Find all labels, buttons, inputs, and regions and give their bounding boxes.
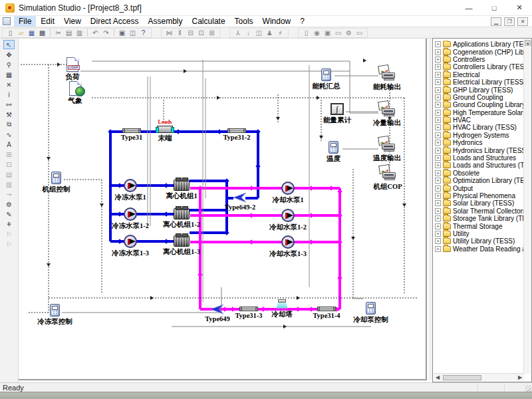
run-button[interactable]: ⚙: [344, 28, 354, 37]
weather-component[interactable]: [69, 81, 81, 96]
output-view-button[interactable]: ▣: [323, 28, 332, 37]
expand-icon[interactable]: +: [435, 49, 441, 55]
expand-icon[interactable]: +: [435, 178, 441, 184]
menu-file[interactable]: File: [14, 16, 36, 27]
cw-pump-1-2[interactable]: [281, 209, 295, 222]
energy-summary-calc[interactable]: [321, 68, 331, 81]
zoom-out-button[interactable]: ⊟: [186, 28, 196, 37]
link-mode-button[interactable]: ⅄: [233, 28, 243, 37]
grid-b-tool[interactable]: ⊡: [3, 160, 15, 169]
chw-pump-1-2[interactable]: [124, 207, 137, 221]
expand-icon[interactable]: +: [435, 140, 441, 146]
delete-tool[interactable]: ✕: [3, 80, 15, 89]
close-button[interactable]: ✕: [507, 0, 532, 15]
signal-tool[interactable]: ∿: [3, 130, 15, 139]
grid-a-tool[interactable]: ⊞: [3, 150, 15, 159]
expand-icon[interactable]: +: [435, 102, 441, 108]
paste-button[interactable]: ▥: [74, 28, 84, 37]
expand-icon[interactable]: +: [435, 200, 441, 206]
expand-icon[interactable]: +: [435, 110, 441, 116]
proforma-button[interactable]: ▯: [301, 28, 311, 37]
link-tool[interactable]: ⚯: [3, 100, 15, 109]
info-tool[interactable]: i: [3, 90, 15, 99]
mdi-restore-button[interactable]: ❐: [504, 17, 515, 26]
pipe-type31[interactable]: [122, 128, 141, 133]
expand-icon[interactable]: +: [435, 94, 441, 100]
chw-pump-control-calc[interactable]: [50, 304, 60, 317]
resize-grip[interactable]: [525, 385, 531, 392]
project-canvas[interactable]: USER负荷气象Type31Loads末端Type31-2能耗汇总能耗输出∫能量…: [19, 39, 427, 380]
menu-?[interactable]: ?: [295, 16, 309, 27]
palette-horizontal-scrollbar[interactable]: ◀ ▶: [434, 373, 524, 381]
expand-icon[interactable]: +: [435, 246, 441, 252]
expand-icon[interactable]: +: [435, 215, 441, 221]
scroll-thumb[interactable]: [443, 375, 481, 380]
print-button[interactable]: ▣: [117, 28, 127, 37]
cooling-tower[interactable]: [276, 299, 288, 309]
stop-button[interactable]: ▭: [354, 28, 364, 37]
menu-direct-access[interactable]: Direct Access: [86, 16, 144, 27]
expand-icon[interactable]: +: [435, 186, 441, 192]
expand-icon[interactable]: +: [435, 170, 441, 176]
menu-window[interactable]: Window: [258, 16, 296, 27]
expand-icon[interactable]: +: [435, 79, 441, 85]
zoom-tool[interactable]: ⚲: [3, 60, 15, 69]
palette-item[interactable]: +Weather Data Reading and Process: [434, 245, 524, 253]
cop-output[interactable]: [379, 165, 396, 182]
scroll-left-icon[interactable]: ◀: [434, 374, 442, 380]
expand-icon[interactable]: +: [435, 238, 441, 244]
undo-button[interactable]: ↶: [90, 28, 100, 37]
expand-icon[interactable]: +: [435, 208, 441, 214]
zoom-100-button[interactable]: Ⅱ: [175, 28, 185, 37]
expand-icon[interactable]: +: [435, 57, 441, 63]
mdi-close-button[interactable]: ✕: [517, 17, 528, 26]
unit-control-calc[interactable]: [51, 172, 61, 184]
terminal-unit[interactable]: [157, 126, 173, 133]
grid-button[interactable]: ◫: [254, 28, 264, 37]
temperature-output[interactable]: [378, 136, 396, 153]
expand-icon[interactable]: +: [435, 231, 441, 237]
overview-button[interactable]: ⊞: [207, 28, 217, 37]
chiller-1-2[interactable]: [174, 208, 190, 219]
mdi-minimize-button[interactable]: ▁: [491, 17, 501, 26]
pipe-type31-2[interactable]: [227, 128, 246, 133]
flag-a-tool[interactable]: ⚐: [3, 229, 15, 239]
expand-icon[interactable]: +: [435, 124, 441, 130]
menu-calculate[interactable]: Calculate: [188, 16, 230, 27]
save-all-button[interactable]: ▩: [37, 28, 47, 37]
expand-icon[interactable]: +: [435, 162, 441, 168]
copy-button[interactable]: ▤: [64, 28, 74, 37]
expand-icon[interactable]: +: [435, 87, 441, 93]
menu-assembly[interactable]: Assembly: [144, 16, 188, 27]
expand-icon[interactable]: +: [435, 117, 441, 123]
help-button[interactable]: ?: [138, 28, 148, 37]
cw-pump-1[interactable]: [281, 182, 295, 195]
save-button[interactable]: ▦: [27, 28, 37, 37]
minimize-button[interactable]: —: [456, 0, 481, 15]
menu-edit[interactable]: Edit: [36, 16, 59, 27]
cw-pump-control-calc[interactable]: [366, 302, 376, 315]
maximize-button[interactable]: □: [481, 0, 507, 15]
layers-tool[interactable]: ▤: [3, 170, 15, 179]
chiller-1[interactable]: [174, 180, 190, 191]
print-preview-button[interactable]: ◫: [128, 28, 138, 37]
cut-button[interactable]: ✂: [53, 28, 63, 37]
palette-vertical-scrollbar[interactable]: [523, 39, 531, 374]
select-tool[interactable]: ↖: [3, 40, 15, 49]
chw-pump-1[interactable]: [124, 179, 137, 192]
expand-icon[interactable]: +: [435, 41, 441, 47]
settings-tool[interactable]: ⚙: [3, 200, 15, 209]
plug-tool[interactable]: ⊸: [3, 190, 15, 199]
temperature-calc[interactable]: [329, 141, 338, 154]
expand-icon[interactable]: +: [435, 148, 441, 154]
pen-tool[interactable]: ✎: [3, 209, 15, 219]
pipe-type31-3[interactable]: [239, 307, 258, 311]
redo-button[interactable]: ↷: [101, 28, 111, 37]
expand-icon[interactable]: +: [435, 72, 441, 78]
info-view-button[interactable]: ◉: [312, 28, 322, 37]
menu-tools[interactable]: Tools: [230, 16, 258, 27]
expand-icon[interactable]: +: [435, 193, 441, 199]
chw-pump-1-3[interactable]: [124, 235, 137, 248]
expand-icon[interactable]: +: [435, 155, 441, 161]
wrench-tool[interactable]: ⚒: [3, 110, 15, 119]
